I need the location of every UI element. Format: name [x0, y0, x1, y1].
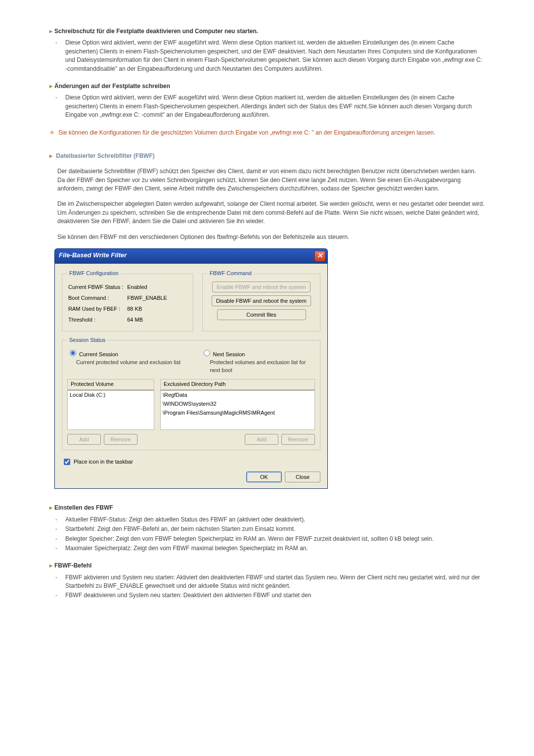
val-status: Enabled — [127, 283, 170, 292]
para-fbwf-2: Die im Zwischenspeicher abgelegten Daten… — [57, 200, 485, 226]
note-icon: ✳ — [49, 129, 54, 137]
list-item[interactable]: \RegfData — [161, 391, 314, 400]
para-fbwf-3: Sie können den FBWF mit den verschiedene… — [57, 233, 485, 241]
heading-befehl: ▸FBWF-Befehl — [49, 562, 485, 570]
checkbox-taskbar-icon[interactable]: Place icon in the taskbar — [62, 457, 133, 467]
list-protected-volume[interactable]: Local Disk (C:) — [67, 390, 154, 430]
lbl-ram: RAM Used by FBEF : — [68, 304, 126, 314]
list-item: Maximaler Speicherplatz: Zeigt den vom F… — [61, 544, 485, 553]
note-ewfmgr: ✳Sie können die Konfigurationen für die … — [49, 129, 485, 137]
list-item[interactable]: Local Disk (C:) — [68, 391, 154, 400]
list-item: Startbefehl: Zeigt den FBWF-Befehl an, d… — [61, 525, 485, 533]
heading-text: Änderungen auf der Festplatte schreiben — [54, 83, 170, 90]
group-fbwf-config: FBWF Configuration Current FBWF Status :… — [62, 270, 193, 331]
ok-button[interactable]: OK — [246, 472, 282, 482]
list-s2: Diese Option wird aktiviert, wenn der EW… — [49, 94, 485, 119]
val-threshold: 64 MB — [127, 315, 170, 325]
list-item[interactable]: \WINDOWS\system32 — [161, 400, 314, 409]
list-item: Aktueller FBWF-Status: Zeigt den aktuell… — [61, 516, 485, 524]
heading-text: FBWF-Befehl — [54, 562, 91, 569]
list-item: Diese Option wird aktiviert, wenn der EW… — [61, 94, 485, 119]
list-item: FBWF deaktivieren und System neu starten… — [61, 591, 485, 600]
config-table: Current FBWF Status :Enabled Boot Comman… — [67, 282, 171, 326]
enable-fbwf-button[interactable]: Enable FBWF and reboot the system — [212, 282, 310, 292]
close-button[interactable]: Close — [285, 472, 320, 482]
add-volume-button[interactable]: Add — [67, 434, 101, 445]
val-ram: 88 KB — [127, 304, 170, 314]
legend-session: Session Status — [67, 336, 107, 344]
legend-command: FBWF Command — [208, 270, 254, 278]
desc-next: Protected volumes and exclusion list for… — [210, 359, 315, 375]
header-exclusive-path[interactable]: Exclusived Directory Path — [160, 379, 315, 390]
commit-files-button[interactable]: Commit files — [217, 309, 306, 320]
lbl-status: Current FBWF Status : — [68, 283, 126, 292]
list-item: Diese Option wird aktiviert, wenn der EW… — [61, 39, 485, 73]
header-protected-volume[interactable]: Protected Volume — [67, 379, 154, 390]
list-item: FBWF aktivieren und System neu starten: … — [61, 573, 485, 591]
heading-fbwf: ▸ Dateibasierter Schreibfilter (FBWF) — [49, 152, 485, 160]
list-befehl: FBWF aktivieren und System neu starten: … — [49, 573, 485, 600]
lbl-threshold: Threshold : — [68, 315, 126, 325]
disable-fbwf-button[interactable]: Disable FBWF and reboot the system — [212, 295, 311, 306]
radio-current-session[interactable]: Current Session — [67, 351, 118, 357]
dialog-titlebar[interactable]: File-Based Write Filter ✕ — [54, 248, 328, 264]
list-s1: Diese Option wird aktiviert, wenn der EW… — [49, 39, 485, 73]
heading-text: Dateibasierter Schreibfilter (FBWF) — [56, 152, 154, 159]
group-session-status: Session Status Current Session Current p… — [62, 336, 320, 451]
arrow-icon: ▸ — [49, 504, 52, 511]
list-item[interactable]: \Program Files\Samsung\MagicRMS\MRAgent — [161, 409, 314, 418]
remove-path-button[interactable]: Remove — [281, 434, 315, 445]
list-item: Belegter Speicher: Zeigt den vom FBWF be… — [61, 535, 485, 543]
lbl-boot: Boot Command : — [68, 293, 126, 303]
remove-volume-button[interactable]: Remove — [104, 434, 137, 445]
para-fbwf-1: Der dateibasierte Schreibfilter (FBWF) s… — [57, 167, 485, 193]
arrow-icon: ▸ — [49, 83, 52, 90]
note-text: Sie können die Konfigurationen für die g… — [58, 129, 436, 136]
add-path-button[interactable]: Add — [245, 434, 278, 445]
list-exclusive-path[interactable]: \RegfData \WINDOWS\system32 \Program Fil… — [160, 390, 315, 430]
heading-text: Einstellen des FBWF — [54, 504, 113, 511]
legend-config: FBWF Configuration — [67, 270, 121, 278]
val-boot: FBWF_ENABLE — [127, 293, 170, 303]
fbwf-dialog: File-Based Write Filter ✕ FBWF Configura… — [54, 248, 328, 489]
dialog-title: File-Based Write Filter — [59, 251, 127, 260]
heading-disable-protection: ▸Schreibschutz für die Festplatte deakti… — [49, 27, 485, 36]
heading-einstellen: ▸Einstellen des FBWF — [49, 504, 485, 512]
arrow-icon: ▸ — [49, 28, 52, 35]
list-einstellen: Aktueller FBWF-Status: Zeigt den aktuell… — [49, 516, 485, 553]
heading-text: Schreibschutz für die Festplatte deaktiv… — [54, 28, 258, 35]
heading-write-changes: ▸Änderungen auf der Festplatte schreiben — [49, 82, 485, 91]
group-fbwf-command: FBWF Command Enable FBWF and reboot the … — [202, 270, 320, 331]
desc-current: Current protected volume and exclusion l… — [76, 359, 181, 367]
arrow-icon: ▸ — [49, 562, 52, 569]
close-icon[interactable]: ✕ — [314, 251, 325, 262]
arrow-icon: ▸ — [49, 152, 52, 159]
radio-next-session[interactable]: Next Session — [201, 351, 245, 357]
